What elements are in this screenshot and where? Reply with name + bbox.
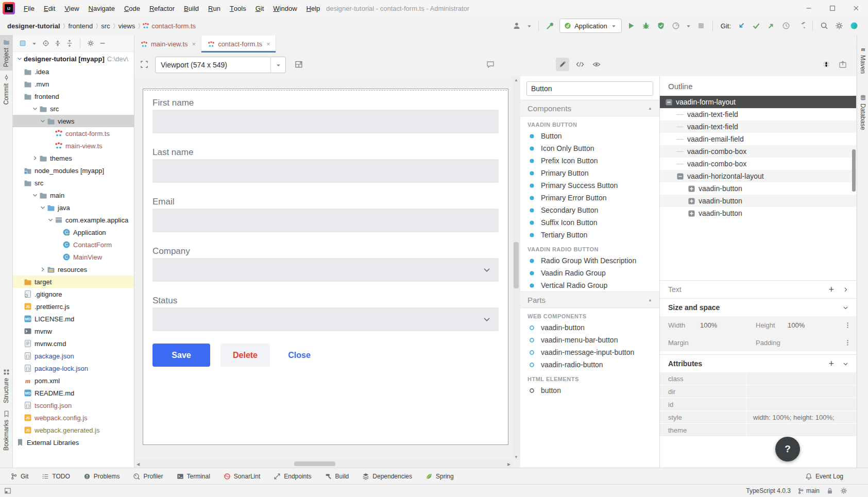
attribute-value[interactable] bbox=[747, 372, 856, 385]
tree-row-com.example.applica[interactable]: com.example.applica bbox=[13, 214, 134, 226]
tab-close-icon[interactable]: × bbox=[192, 40, 196, 48]
search-everywhere-button[interactable] bbox=[819, 20, 830, 31]
attribute-name[interactable]: id bbox=[660, 398, 747, 410]
tool-window-button-build[interactable]: Build bbox=[325, 473, 349, 480]
add-text-icon[interactable]: + bbox=[828, 285, 834, 294]
tool-window-button-git[interactable]: Git bbox=[10, 473, 28, 480]
palette-search-input[interactable] bbox=[526, 81, 653, 96]
tool-tab-bookmarks[interactable]: Bookmarks bbox=[0, 407, 12, 454]
git-branch-widget[interactable]: main bbox=[797, 487, 820, 494]
split-view-button[interactable] bbox=[292, 58, 305, 71]
source-mode-button[interactable] bbox=[573, 58, 587, 71]
maximize-button[interactable] bbox=[821, 0, 844, 16]
palette-item-primary-success-button[interactable]: Primary Success Button bbox=[520, 179, 659, 192]
history-button[interactable] bbox=[780, 20, 792, 31]
menu-item-help[interactable]: Help bbox=[302, 0, 325, 16]
view-options-caret-icon[interactable] bbox=[31, 40, 38, 47]
user-profile-button[interactable] bbox=[511, 20, 522, 31]
breadcrumb-item[interactable]: frontend bbox=[67, 22, 94, 30]
tree-row-webpack.generated.js[interactable]: JSwebpack.generated.js bbox=[13, 424, 134, 436]
menu-item-view[interactable]: View bbox=[60, 0, 83, 16]
minimize-button[interactable] bbox=[797, 0, 821, 16]
palette-item-vaadin-menu-bar-button[interactable]: vaadin-menu-bar-button bbox=[520, 334, 659, 346]
tree-row-pom.xml[interactable]: mpom.xml bbox=[13, 374, 134, 387]
tree-row-mainview[interactable]: CMainView bbox=[13, 251, 134, 263]
coverage-button[interactable] bbox=[655, 20, 667, 31]
chevron-right-icon[interactable] bbox=[842, 286, 849, 293]
scroll-down-arrow[interactable]: ▼ bbox=[513, 453, 520, 460]
tree-row-webpack.config.js[interactable]: JSwebpack.config.js bbox=[13, 412, 134, 424]
editor-tab-contact-form.ts[interactable]: contact-form.ts× bbox=[201, 36, 276, 53]
text-field-input[interactable] bbox=[152, 209, 499, 232]
close-button[interactable] bbox=[844, 0, 868, 16]
outline-node-vaadin-horizontal-layout[interactable]: vaadin-horizontal-layout bbox=[660, 170, 856, 182]
menu-item-build[interactable]: Build bbox=[179, 0, 203, 16]
attribute-value[interactable] bbox=[747, 385, 856, 398]
breadcrumb-item[interactable]: designer-tutorial bbox=[0, 22, 61, 30]
canvas-hscroll-thumb[interactable] bbox=[294, 461, 335, 466]
tree-row-.prettierrc.js[interactable]: JS.prettierrc.js bbox=[13, 300, 134, 313]
outline-node-vaadin-button[interactable]: vaadin-button bbox=[660, 207, 856, 219]
palette-header-parts[interactable]: Parts▲ bbox=[520, 292, 659, 308]
palette-item-button[interactable]: Button bbox=[520, 130, 659, 142]
project-root-row[interactable]: designer-tutorial [myapp] C:\dev\ bbox=[13, 52, 134, 65]
palette-item-vaadin-message-input-button[interactable]: vaadin-message-input-button bbox=[520, 346, 659, 358]
tree-row-readme.md[interactable]: MDREADME.md bbox=[13, 387, 134, 399]
run-configuration-select[interactable]: Application bbox=[559, 19, 622, 33]
tool-window-button-sonarlint[interactable]: SonarLint bbox=[224, 473, 260, 480]
breadcrumb-file[interactable]: contact-form.ts bbox=[142, 22, 196, 30]
scroll-left-arrow[interactable]: ◀ bbox=[134, 460, 142, 468]
attribute-name[interactable]: theme bbox=[660, 424, 747, 436]
palette-item-radio-group-with-description[interactable]: Radio Group With Description bbox=[520, 254, 659, 267]
tree-row-target[interactable]: target bbox=[13, 276, 134, 288]
lock-icon[interactable] bbox=[826, 487, 833, 494]
palette-item-primary-error-button[interactable]: Primary Error Button bbox=[520, 192, 659, 204]
palette-item-suffix-icon-button[interactable]: Suffix Icon Button bbox=[520, 216, 659, 229]
chevron-down-icon[interactable] bbox=[842, 304, 849, 311]
palette-item-secondary-button[interactable]: Secondary Button bbox=[520, 204, 659, 216]
tab-close-icon[interactable]: × bbox=[266, 40, 270, 48]
run-button[interactable] bbox=[625, 20, 637, 31]
tree-row-license.md[interactable]: MDLICENSE.md bbox=[13, 313, 134, 325]
palette-item-tertiary-button[interactable]: Tertiary Button bbox=[520, 229, 659, 241]
tree-row-tsconfig.json[interactable]: { }tsconfig.json bbox=[13, 399, 134, 412]
tool-window-button-terminal[interactable]: Terminal bbox=[177, 473, 210, 480]
palette-item-vaadin-radio-group[interactable]: Vaadin Radio Group bbox=[520, 267, 659, 279]
outline-node-vaadin-text-field[interactable]: vaadin-text-field bbox=[660, 121, 856, 133]
tree-row-contact-form.ts[interactable]: contact-form.ts bbox=[13, 127, 134, 140]
scroll-up-arrow[interactable]: ▲ bbox=[513, 76, 520, 83]
typescript-version[interactable]: TypeScript 4.0.3 bbox=[746, 487, 791, 494]
outline-scroll-thumb[interactable] bbox=[852, 149, 856, 192]
outline-node-vaadin-button[interactable]: vaadin-button bbox=[660, 182, 856, 195]
tree-row-themes[interactable]: themes bbox=[13, 152, 134, 164]
palette-item-button[interactable]: button bbox=[520, 384, 659, 397]
tree-row-mvnw.cmd[interactable]: mvnw.cmd bbox=[13, 337, 134, 350]
palette-item-vertical-radio-group[interactable]: Vertical Radio Group bbox=[520, 279, 659, 292]
tool-tab-project[interactable]: Project bbox=[0, 35, 12, 71]
combo-box-input[interactable] bbox=[152, 258, 499, 282]
tree-row-src[interactable]: src bbox=[13, 102, 134, 115]
combo-box-input[interactable] bbox=[152, 307, 499, 331]
collapse-arrow-icon[interactable]: ▲ bbox=[648, 298, 652, 302]
project-settings-icon[interactable] bbox=[87, 40, 94, 47]
tree-row-package.json[interactable]: { }package.json bbox=[13, 350, 134, 362]
comment-button[interactable] bbox=[484, 58, 497, 71]
canvas-vscroll-thumb[interactable] bbox=[514, 242, 519, 288]
text-field-input[interactable] bbox=[152, 159, 499, 183]
attribute-value[interactable] bbox=[747, 398, 856, 410]
tool-window-switcher-icon[interactable] bbox=[4, 487, 11, 494]
close-button[interactable]: Close bbox=[280, 344, 318, 367]
tree-row-contactform[interactable]: CContactForm bbox=[13, 238, 134, 251]
attribute-name[interactable]: dir bbox=[660, 385, 747, 398]
menu-item-window[interactable]: Window bbox=[268, 0, 301, 16]
tree-row-package-lock.json[interactable]: { }package-lock.json bbox=[13, 362, 134, 374]
open-in-browser-button[interactable] bbox=[836, 58, 849, 71]
chevron-down-icon[interactable] bbox=[842, 361, 849, 367]
canvas-vscrollbar[interactable]: ▲ ▼ bbox=[513, 76, 520, 460]
attribute-value[interactable] bbox=[747, 424, 856, 436]
tool-tab-database[interactable]: Database bbox=[857, 91, 868, 133]
build-project-button[interactable] bbox=[544, 20, 556, 31]
menu-item-run[interactable]: Run bbox=[203, 0, 225, 16]
save-button[interactable]: Save bbox=[152, 344, 210, 367]
event-log-button[interactable]: Event Log bbox=[805, 473, 843, 480]
